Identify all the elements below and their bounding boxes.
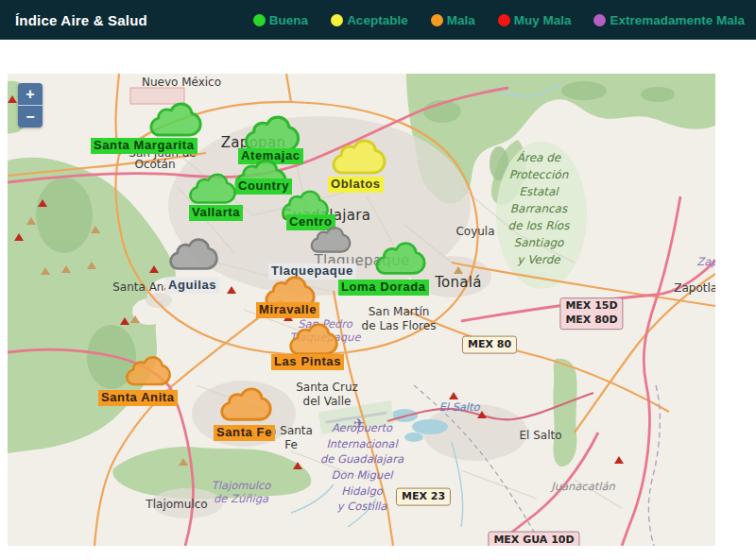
legend-label: Mala [447,13,475,27]
legend-dot-buena [253,14,266,26]
cloud-icon-santa-margarita[interactable] [146,100,205,141]
cloud-icon-oblatos[interactable] [329,137,389,178]
cloud-icon-loma-dorada[interactable] [372,240,429,279]
legend-label: Buena [269,13,308,27]
map-zoom-control: + − [18,83,43,127]
legend-label: Muy Mala [514,13,572,27]
legend-item-muy-mala: Muy Mala [498,13,572,27]
cloud-icon-tlaquepaque[interactable] [308,225,353,256]
cloud-icon-aguilas[interactable] [166,236,221,274]
legend-item-extremadamente-mala: Extremadamente Mala [593,13,745,27]
cloud-icon-las-pintas[interactable] [286,321,341,359]
legend-label: Aceptable [347,13,408,27]
station-label-vallarta[interactable]: Vallarta [189,205,243,221]
zoom-in-button[interactable]: + [18,83,43,105]
station-label-santa-fe[interactable]: Santa Fe [214,425,275,441]
station-label-santa-anita[interactable]: Santa Anita [98,390,178,406]
app-header: Índice Aire & Salud BuenaAceptableMalaMu… [0,0,756,40]
station-label-las-pintas[interactable]: Las Pintas [271,354,344,370]
legend-dot-extremadamente-mala [593,14,606,26]
legend-label: Extremadamente Mala [610,13,745,27]
zoom-out-button[interactable]: − [18,105,43,127]
station-label-loma-dorada[interactable]: Loma Dorada [338,280,429,296]
station-label-aguilas[interactable]: Aguilas [165,278,219,294]
air-quality-legend: BuenaAceptableMalaMuy MalaExtremadamente… [253,13,745,27]
air-quality-map[interactable]: ✈ Nuevo MéxicoZapopanSan Juan deOcotánGu… [8,74,715,546]
legend-dot-mala [431,14,443,26]
legend-item-aceptable: Aceptable [331,13,408,27]
cloud-icon-santa-fe[interactable] [217,385,275,425]
legend-item-mala: Mala [431,13,475,27]
page-title: Índice Aire & Salud [15,12,147,28]
cloud-icon-santa-anita[interactable] [123,354,174,389]
legend-item-buena: Buena [253,13,308,27]
legend-dot-muy-mala [498,14,510,26]
cloud-icon-vallarta[interactable] [186,171,239,208]
station-markers: Santa MargaritaAtemajacCountryOblatosVal… [8,74,715,546]
legend-dot-aceptable [331,14,343,26]
station-label-oblatos[interactable]: Oblatos [328,177,384,193]
station-label-miravalle[interactable]: Miravalle [256,302,319,318]
station-label-santa-margarita[interactable]: Santa Margarita [91,138,198,154]
